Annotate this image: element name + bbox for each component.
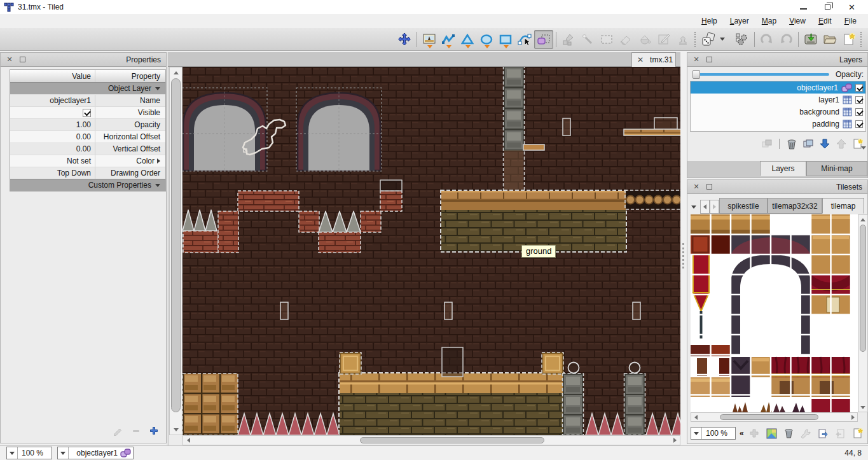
tileset-horizontal-scrollbar[interactable] (691, 412, 858, 422)
property-row-color[interactable]: Not set Color (10, 155, 165, 167)
scroll-up-button[interactable] (858, 215, 867, 224)
random-dropdown-arrow-icon[interactable] (720, 38, 725, 41)
plank-object[interactable] (523, 144, 544, 150)
property-row-drawing-order[interactable]: Top Down Drawing Order (10, 167, 165, 179)
scroll-left-button[interactable] (691, 413, 700, 421)
export-tileset-button[interactable] (816, 426, 830, 440)
menu-edit[interactable]: Edit (812, 15, 838, 27)
insert-tile-object-button[interactable] (420, 30, 439, 49)
tab-minimap[interactable]: Mini-map (806, 161, 867, 176)
properties-float-button[interactable] (18, 56, 26, 64)
layer-row-layer1[interactable]: layer1 (691, 94, 865, 106)
open-button[interactable] (820, 30, 839, 49)
edit-polygons-button[interactable] (515, 30, 534, 49)
current-layer-combo[interactable]: objectlayer1 (57, 447, 134, 459)
tab-close-button[interactable]: ✕ (637, 55, 644, 64)
rect-select-button[interactable] (597, 30, 616, 49)
opacity-slider[interactable] (691, 70, 830, 79)
remove-tileset-button[interactable] (782, 426, 796, 440)
magic-wand-button[interactable] (578, 30, 597, 49)
map-viewport[interactable]: ground (183, 67, 680, 435)
map-canvas[interactable] (183, 67, 680, 435)
add-tiles-button[interactable] (748, 426, 761, 440)
layer-visible-checkbox[interactable] (855, 84, 863, 92)
scroll-handle[interactable] (360, 437, 544, 443)
property-row-vertical-offset[interactable]: 0.00 Vertical Offset (10, 143, 165, 155)
stone-pillar-object[interactable] (504, 67, 525, 192)
scroll-handle[interactable] (860, 225, 866, 352)
scroll-down-button[interactable] (858, 403, 867, 412)
remove-layer-button[interactable] (785, 137, 799, 151)
insert-polygon-button[interactable] (458, 30, 477, 49)
insert-rectangle-button[interactable] (496, 30, 515, 49)
zoom-combo[interactable]: 100 % (6, 447, 52, 459)
property-row-visible[interactable]: Visible (10, 106, 165, 118)
document-tab[interactable]: ✕ tmx.31 (631, 52, 676, 67)
tileset-vertical-scrollbar[interactable] (858, 214, 868, 412)
toolbar-grip[interactable] (694, 32, 698, 47)
menu-file[interactable]: File (838, 15, 863, 27)
insert-ellipse-button[interactable] (477, 30, 496, 49)
map-vertical-scrollbar[interactable] (169, 67, 183, 435)
properties-close-button[interactable]: ✕ (6, 56, 13, 64)
save-button[interactable] (801, 30, 820, 49)
duplicate-layer-button[interactable] (801, 137, 815, 151)
group-object-layer[interactable]: Object Layer (10, 82, 165, 94)
minimize-button[interactable] (800, 3, 807, 11)
random-mode-button[interactable] (699, 30, 719, 49)
property-row-name[interactable]: objectlayer1 Name (10, 94, 165, 106)
tilesets-float-button[interactable] (705, 183, 713, 191)
tileset-zoom-combo[interactable]: 100 % (691, 427, 736, 440)
eraser-button[interactable] (616, 30, 635, 49)
scroll-right-button[interactable] (670, 436, 680, 445)
lower-layer-button[interactable] (818, 137, 832, 151)
select-objects-button[interactable] (534, 30, 553, 49)
layers-close-button[interactable]: ✕ (692, 56, 700, 64)
scroll-handle[interactable] (171, 78, 181, 412)
layer-row-background[interactable]: background (691, 106, 865, 118)
remove-property-button[interactable] (132, 426, 141, 435)
scroll-right-button[interactable] (848, 413, 857, 421)
scroll-down-button[interactable] (170, 424, 182, 435)
bucket-fill-button[interactable] (635, 30, 654, 49)
tabs-scroll-left-button[interactable] (700, 200, 710, 214)
shape-fill-button[interactable] (654, 30, 673, 49)
insert-polyline-button[interactable] (439, 30, 458, 49)
tileset-image[interactable] (691, 214, 858, 412)
group-custom-properties[interactable]: Custom Properties (10, 179, 165, 191)
scroll-handle[interactable] (720, 414, 818, 420)
layer-visible-checkbox[interactable] (855, 96, 863, 104)
scroll-up-button[interactable] (170, 67, 182, 78)
automap-button[interactable] (733, 30, 752, 49)
menu-map[interactable]: Map (755, 15, 783, 27)
menu-layer[interactable]: Layer (724, 15, 755, 27)
restore-button[interactable] (825, 3, 830, 11)
property-row-horizontal-offset[interactable]: 0.00 Horizontal Offset (10, 130, 165, 143)
scroll-left-button[interactable] (183, 436, 193, 445)
menu-help[interactable]: Help (695, 15, 724, 27)
undo-button[interactable] (776, 30, 796, 49)
import-tileset-button[interactable] (834, 426, 847, 440)
add-property-button[interactable] (149, 426, 158, 435)
layer-visible-checkbox[interactable] (855, 120, 863, 128)
toolbar-grip[interactable] (860, 32, 864, 47)
new-button[interactable] (839, 30, 858, 49)
terrain-button[interactable] (765, 426, 778, 440)
slider-handle[interactable] (692, 70, 700, 79)
tilesets-close-button[interactable]: ✕ (692, 183, 700, 191)
layer-row-padding[interactable]: padding (691, 118, 865, 130)
splitter-right[interactable] (680, 52, 687, 445)
stamp-brush-button[interactable] (673, 30, 692, 49)
highlight-layer-button[interactable] (760, 137, 774, 151)
tab-layers[interactable]: Layers (760, 161, 806, 176)
tileset-tab-spikestile[interactable]: spikestile (719, 198, 768, 214)
raise-layer-button[interactable] (834, 137, 848, 151)
tabs-scroll-right-button[interactable] (710, 200, 719, 214)
close-button[interactable]: ✕ (848, 3, 855, 11)
layers-float-button[interactable] (705, 56, 713, 64)
edit-tileset-button[interactable] (799, 426, 813, 440)
tiles-brush-button[interactable] (559, 30, 578, 49)
redo-button[interactable] (757, 30, 776, 49)
tileset-menu-button[interactable] (687, 200, 700, 214)
new-tileset-button[interactable] (851, 426, 864, 440)
